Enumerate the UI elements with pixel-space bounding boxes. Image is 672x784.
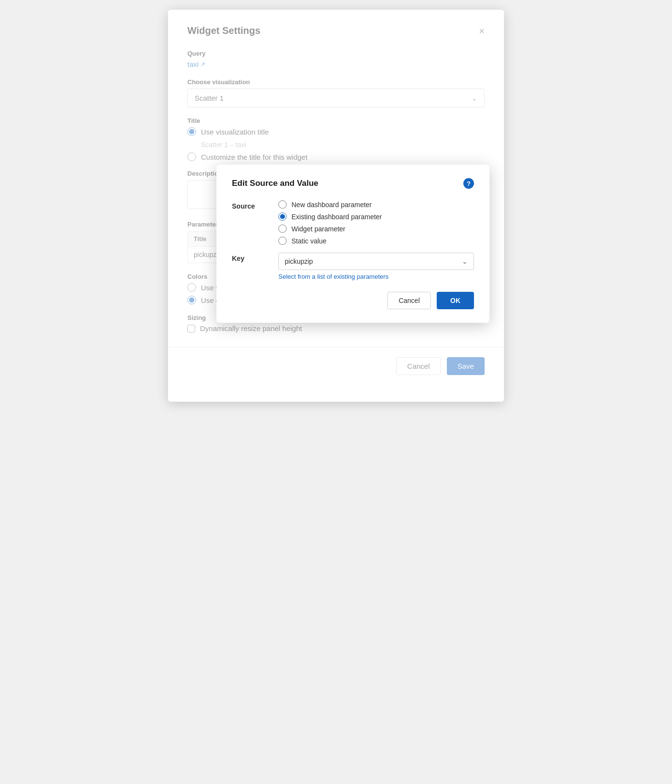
key-row: pickupzip ⌄ Select from a list of existi… [278,253,474,280]
inner-dialog-footer: Cancel OK [232,292,474,309]
widget-settings-dialog: Widget Settings × Query taxi ↗ Choose vi… [168,10,504,402]
source-option2-label: Existing dashboard parameter [291,213,382,221]
source-option3-radio[interactable] [278,225,287,233]
help-label: ? [467,180,471,187]
inner-cancel-button[interactable]: Cancel [387,292,431,309]
source-option2-row: Existing dashboard parameter [278,212,474,221]
inner-dialog-title: Edit Source and Value [232,179,319,188]
source-option2-radio[interactable] [278,212,287,221]
source-option1-row: New dashboard parameter [278,200,474,209]
source-option1-label: New dashboard parameter [291,201,372,209]
source-radio-group: New dashboard parameter Existing dashboa… [278,200,474,245]
source-label: Source [232,200,271,245]
source-option1-radio[interactable] [278,200,287,209]
inner-dialog-body: Source New dashboard parameter Existing … [232,200,474,280]
source-option4-radio[interactable] [278,237,287,245]
source-option3-label: Widget parameter [291,225,345,233]
ok-button[interactable]: OK [437,292,474,309]
inner-dialog-header: Edit Source and Value ? [232,178,474,189]
key-label: Key [232,253,271,280]
source-option4-row: Static value [278,237,474,245]
key-select[interactable]: pickupzip ⌄ [278,253,474,270]
key-hint: Select from a list of existing parameter… [278,273,474,280]
source-option4-label: Static value [291,237,326,245]
key-value: pickupzip [285,257,313,265]
help-icon[interactable]: ? [463,178,474,189]
edit-source-value-dialog: Edit Source and Value ? Source New dashb… [216,165,489,323]
key-chevron-icon: ⌄ [462,257,468,265]
source-option3-row: Widget parameter [278,225,474,233]
